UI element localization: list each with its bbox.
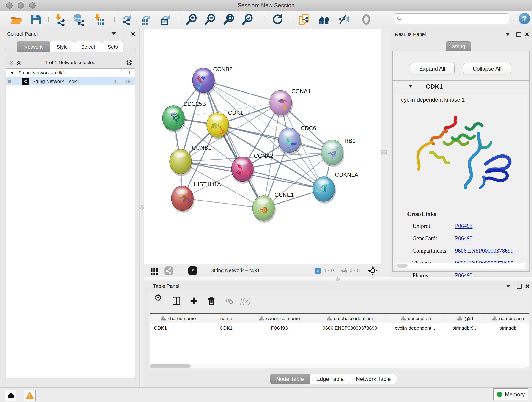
delete-table-button[interactable]: [225, 296, 233, 306]
column-header-canonical-name[interactable]: canonical name: [246, 314, 313, 323]
network-node-CCNE1[interactable]: [253, 196, 276, 223]
table-cell[interactable]: stringdb:9...: [445, 323, 485, 332]
zoom-out-button[interactable]: [204, 13, 217, 26]
hidden-indicator[interactable]: [341, 266, 349, 275]
close-panel-button[interactable]: ✕: [525, 283, 530, 289]
show-grid-button[interactable]: [150, 266, 159, 275]
column-header-namespace[interactable]: namespace: [485, 314, 529, 323]
float-panel-button[interactable]: [506, 285, 510, 287]
float-panel-button[interactable]: [505, 33, 510, 36]
table-cell[interactable]: 9606.ENSP00000378699: [313, 323, 386, 332]
export-image-button[interactable]: [159, 13, 172, 26]
open-session-button[interactable]: [10, 13, 23, 26]
table-cell[interactable]: CDK1: [150, 323, 207, 332]
tab-network[interactable]: Network: [17, 41, 50, 52]
collection-expand-icon[interactable]: ▼: [11, 71, 14, 75]
zoom-selected-button[interactable]: [241, 13, 254, 26]
apply-layout-button[interactable]: [271, 13, 284, 26]
right-panel-divider[interactable]: [381, 29, 391, 277]
birds-eye-view-button[interactable]: [188, 266, 197, 275]
show-glass-panel-button[interactable]: [360, 13, 373, 26]
string-app-button[interactable]: [318, 13, 331, 26]
tab-string[interactable]: String: [446, 41, 471, 51]
expand-all-button[interactable]: Expand All: [410, 63, 455, 74]
import-table-button[interactable]: [92, 13, 105, 26]
gear-icon[interactable]: ⚙: [126, 58, 133, 67]
zoom-fit-button[interactable]: [223, 13, 236, 26]
zoom-in-button[interactable]: [185, 13, 199, 26]
table-cell[interactable]: stringdb: [485, 323, 529, 332]
maximize-panel-button[interactable]: [516, 32, 521, 37]
table-cell[interactable]: P06493: [246, 323, 313, 332]
network-node-CDC25B[interactable]: [162, 106, 186, 133]
selected-indicator[interactable]: [315, 266, 321, 275]
table-cell[interactable]: cyclin-dependent ...: [386, 323, 445, 332]
crosslink-link[interactable]: P06493: [455, 235, 472, 242]
show-columns-button[interactable]: [172, 296, 181, 306]
tab-style[interactable]: Style: [50, 41, 74, 52]
tab-sets[interactable]: Sets: [102, 41, 123, 52]
import-network-button[interactable]: [53, 13, 66, 26]
left-panel-divider[interactable]: [139, 29, 145, 387]
network-node-CDC6[interactable]: [278, 128, 302, 155]
scrollbar-thumb[interactable]: [150, 364, 191, 368]
results-h-scrollbar[interactable]: [397, 263, 525, 269]
tab-node-table[interactable]: Node Table: [270, 374, 310, 384]
import-network-from-database-button[interactable]: [73, 13, 86, 26]
divider-handle[interactable]: [139, 205, 145, 211]
memory-button[interactable]: Memory: [493, 389, 528, 400]
network-edges[interactable]: [173, 80, 332, 208]
column-header-database-identifier[interactable]: database identifier: [313, 314, 386, 323]
table-h-scrollbar[interactable]: [150, 364, 526, 368]
close-panel-button[interactable]: ✕: [131, 31, 136, 37]
fit-content-button[interactable]: [368, 266, 378, 275]
network-collection-row[interactable]: ▼ String Network – cdk1 1: [6, 69, 135, 77]
horizontal-splitter[interactable]: [144, 277, 532, 282]
export-network-button[interactable]: [120, 13, 133, 26]
network-row[interactable]: String Network – cdk1 11 48: [6, 77, 135, 85]
search-field[interactable]: [394, 13, 509, 24]
network-node-CCNA2[interactable]: [231, 157, 254, 184]
scrollbar-thumb[interactable]: [397, 264, 408, 268]
warnings-button[interactable]: [24, 390, 36, 401]
protein-header[interactable]: CDK1: [393, 81, 529, 92]
network-share-button[interactable]: [164, 266, 173, 275]
delete-column-button[interactable]: [207, 296, 216, 306]
create-column-button[interactable]: [190, 296, 198, 306]
clone-network-button[interactable]: [298, 13, 311, 26]
network-canvas[interactable]: CCNB2CCNA1CDC25BCDK1CDC6RB1CCNB1CCNA2CDK…: [144, 29, 381, 264]
network-node-CDK1[interactable]: [207, 113, 230, 139]
function-builder-button[interactable]: f(x): [240, 296, 251, 306]
divider-handle[interactable]: [381, 150, 386, 155]
column-header-shared-name[interactable]: shared name: [150, 314, 207, 323]
collapse-all-button[interactable]: Collapse All: [463, 63, 511, 74]
column-header-name[interactable]: name: [207, 314, 246, 323]
help-button[interactable]: ?: [519, 13, 530, 24]
table-row[interactable]: CDK1CDK1P064939606.ENSP00000378699cyclin…: [150, 323, 529, 332]
tab-select[interactable]: Select: [74, 41, 102, 52]
close-panel-button[interactable]: ✕: [525, 32, 530, 37]
cloud-button[interactable]: [5, 390, 17, 401]
tab-network-table[interactable]: Network Table: [350, 374, 397, 384]
column-header-description[interactable]: description: [386, 314, 445, 323]
export-table-button[interactable]: [139, 13, 153, 26]
network-node-CCNA1[interactable]: [270, 90, 293, 117]
float-panel-button[interactable]: [112, 32, 116, 35]
network-node-CCNB2[interactable]: [192, 68, 215, 95]
table-options-gear-icon[interactable]: ⚙: [154, 293, 162, 303]
collapse-protein-button[interactable]: [408, 85, 413, 88]
hide-glass-panel-button[interactable]: [337, 13, 351, 26]
save-session-button[interactable]: [29, 13, 42, 26]
column-header--id[interactable]: @id: [445, 314, 485, 323]
network-node-RB1[interactable]: [321, 140, 344, 167]
table-cell[interactable]: CDK1: [207, 323, 246, 332]
maximize-panel-button[interactable]: [517, 284, 522, 289]
search-input[interactable]: [404, 16, 507, 22]
maximize-panel-button[interactable]: [123, 32, 127, 36]
tab-edge-table[interactable]: Edge Table: [310, 374, 350, 384]
crosslink-link[interactable]: P06493: [455, 223, 472, 229]
crosslink-link[interactable]: 9606.ENSP00000378699: [455, 248, 513, 254]
splitter-handle[interactable]: [336, 277, 340, 281]
network-node-CDKN1A[interactable]: [312, 177, 336, 204]
network-node-HIST1H1A[interactable]: [171, 186, 195, 213]
